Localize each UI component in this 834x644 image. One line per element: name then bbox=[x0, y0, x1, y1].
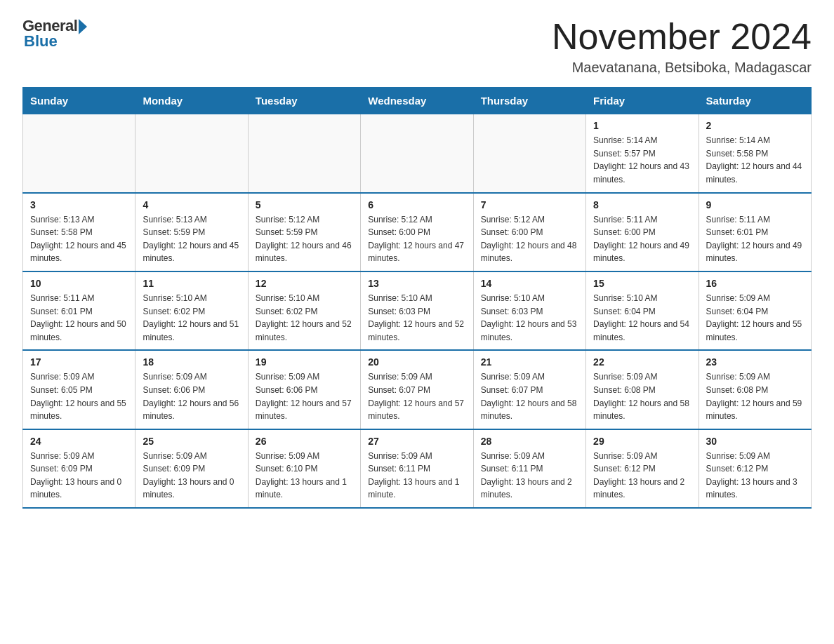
calendar-cell bbox=[135, 114, 248, 193]
calendar-cell: 28Sunrise: 5:09 AM Sunset: 6:11 PM Dayli… bbox=[473, 429, 585, 508]
calendar-cell: 10Sunrise: 5:11 AM Sunset: 6:01 PM Dayli… bbox=[23, 271, 135, 350]
calendar-week-row: 17Sunrise: 5:09 AM Sunset: 6:05 PM Dayli… bbox=[23, 350, 812, 429]
calendar-cell: 26Sunrise: 5:09 AM Sunset: 6:10 PM Dayli… bbox=[248, 429, 360, 508]
month-title: November 2024 bbox=[552, 17, 812, 57]
calendar-cell: 15Sunrise: 5:10 AM Sunset: 6:04 PM Dayli… bbox=[586, 271, 699, 350]
calendar-cell: 23Sunrise: 5:09 AM Sunset: 6:08 PM Dayli… bbox=[699, 350, 811, 429]
calendar-cell bbox=[473, 114, 585, 193]
day-number: 30 bbox=[706, 436, 804, 447]
day-detail: Sunrise: 5:10 AM Sunset: 6:02 PM Dayligh… bbox=[256, 292, 353, 344]
logo-arrow-icon bbox=[79, 19, 87, 34]
calendar-cell: 21Sunrise: 5:09 AM Sunset: 6:07 PM Dayli… bbox=[473, 350, 585, 429]
day-detail: Sunrise: 5:09 AM Sunset: 6:11 PM Dayligh… bbox=[481, 450, 578, 502]
day-detail: Sunrise: 5:09 AM Sunset: 6:06 PM Dayligh… bbox=[256, 370, 353, 422]
day-number: 6 bbox=[368, 199, 465, 210]
calendar-cell: 5Sunrise: 5:12 AM Sunset: 5:59 PM Daylig… bbox=[248, 193, 360, 271]
day-detail: Sunrise: 5:09 AM Sunset: 6:12 PM Dayligh… bbox=[593, 450, 691, 502]
day-detail: Sunrise: 5:14 AM Sunset: 5:58 PM Dayligh… bbox=[706, 134, 804, 186]
calendar-cell: 14Sunrise: 5:10 AM Sunset: 6:03 PM Dayli… bbox=[473, 271, 585, 350]
day-detail: Sunrise: 5:13 AM Sunset: 5:58 PM Dayligh… bbox=[30, 213, 128, 265]
day-detail: Sunrise: 5:09 AM Sunset: 6:08 PM Dayligh… bbox=[706, 370, 804, 422]
calendar-cell: 13Sunrise: 5:10 AM Sunset: 6:03 PM Dayli… bbox=[361, 271, 473, 350]
weekday-header-friday: Friday bbox=[586, 88, 699, 114]
day-detail: Sunrise: 5:09 AM Sunset: 6:10 PM Dayligh… bbox=[256, 450, 353, 502]
day-number: 22 bbox=[593, 356, 691, 368]
day-number: 1 bbox=[593, 120, 691, 131]
logo-blue-text: Blue bbox=[24, 32, 58, 51]
day-detail: Sunrise: 5:10 AM Sunset: 6:03 PM Dayligh… bbox=[481, 292, 578, 344]
day-detail: Sunrise: 5:09 AM Sunset: 6:05 PM Dayligh… bbox=[30, 370, 128, 422]
day-number: 14 bbox=[481, 278, 578, 289]
day-detail: Sunrise: 5:09 AM Sunset: 6:12 PM Dayligh… bbox=[706, 450, 804, 502]
weekday-header-tuesday: Tuesday bbox=[248, 88, 360, 114]
day-number: 3 bbox=[30, 199, 128, 210]
day-detail: Sunrise: 5:12 AM Sunset: 6:00 PM Dayligh… bbox=[368, 213, 465, 265]
day-detail: Sunrise: 5:09 AM Sunset: 6:08 PM Dayligh… bbox=[593, 370, 691, 422]
calendar-cell bbox=[248, 114, 360, 193]
day-number: 8 bbox=[593, 199, 691, 210]
day-detail: Sunrise: 5:11 AM Sunset: 6:01 PM Dayligh… bbox=[706, 213, 804, 265]
calendar-cell: 20Sunrise: 5:09 AM Sunset: 6:07 PM Dayli… bbox=[361, 350, 473, 429]
day-number: 11 bbox=[143, 278, 240, 289]
day-number: 13 bbox=[368, 278, 465, 289]
weekday-header-thursday: Thursday bbox=[473, 88, 585, 114]
calendar-cell: 1Sunrise: 5:14 AM Sunset: 5:57 PM Daylig… bbox=[586, 114, 699, 193]
day-detail: Sunrise: 5:09 AM Sunset: 6:06 PM Dayligh… bbox=[143, 370, 240, 422]
calendar-cell: 29Sunrise: 5:09 AM Sunset: 6:12 PM Dayli… bbox=[586, 429, 699, 508]
weekday-header-sunday: Sunday bbox=[23, 88, 135, 114]
calendar-cell: 30Sunrise: 5:09 AM Sunset: 6:12 PM Dayli… bbox=[699, 429, 811, 508]
weekday-header-wednesday: Wednesday bbox=[361, 88, 473, 114]
day-detail: Sunrise: 5:09 AM Sunset: 6:04 PM Dayligh… bbox=[706, 292, 804, 344]
day-number: 4 bbox=[143, 199, 240, 210]
day-detail: Sunrise: 5:14 AM Sunset: 5:57 PM Dayligh… bbox=[593, 134, 691, 186]
day-number: 17 bbox=[30, 356, 128, 368]
calendar-cell bbox=[23, 114, 135, 193]
day-detail: Sunrise: 5:13 AM Sunset: 5:59 PM Dayligh… bbox=[143, 213, 240, 265]
calendar-week-row: 10Sunrise: 5:11 AM Sunset: 6:01 PM Dayli… bbox=[23, 271, 812, 350]
day-number: 28 bbox=[481, 436, 578, 447]
calendar-cell: 18Sunrise: 5:09 AM Sunset: 6:06 PM Dayli… bbox=[135, 350, 248, 429]
calendar-cell: 12Sunrise: 5:10 AM Sunset: 6:02 PM Dayli… bbox=[248, 271, 360, 350]
day-detail: Sunrise: 5:11 AM Sunset: 6:01 PM Dayligh… bbox=[30, 292, 128, 344]
day-number: 26 bbox=[256, 436, 353, 447]
logo: General Blue bbox=[22, 17, 87, 51]
page-header: General Blue November 2024 Maevatanana, … bbox=[22, 17, 812, 76]
day-detail: Sunrise: 5:11 AM Sunset: 6:00 PM Dayligh… bbox=[593, 213, 691, 265]
calendar-cell: 2Sunrise: 5:14 AM Sunset: 5:58 PM Daylig… bbox=[699, 114, 811, 193]
calendar-cell: 16Sunrise: 5:09 AM Sunset: 6:04 PM Dayli… bbox=[699, 271, 811, 350]
day-detail: Sunrise: 5:09 AM Sunset: 6:11 PM Dayligh… bbox=[368, 450, 465, 502]
day-detail: Sunrise: 5:10 AM Sunset: 6:02 PM Dayligh… bbox=[143, 292, 240, 344]
day-number: 7 bbox=[481, 199, 578, 210]
day-detail: Sunrise: 5:10 AM Sunset: 6:04 PM Dayligh… bbox=[593, 292, 691, 344]
title-block: November 2024 Maevatanana, Betsiboka, Ma… bbox=[552, 17, 812, 76]
day-number: 19 bbox=[256, 356, 353, 368]
day-detail: Sunrise: 5:12 AM Sunset: 6:00 PM Dayligh… bbox=[481, 213, 578, 265]
day-number: 15 bbox=[593, 278, 691, 289]
weekday-header-saturday: Saturday bbox=[699, 88, 811, 114]
day-detail: Sunrise: 5:12 AM Sunset: 5:59 PM Dayligh… bbox=[256, 213, 353, 265]
calendar-cell: 24Sunrise: 5:09 AM Sunset: 6:09 PM Dayli… bbox=[23, 429, 135, 508]
day-number: 10 bbox=[30, 278, 128, 289]
calendar-cell: 3Sunrise: 5:13 AM Sunset: 5:58 PM Daylig… bbox=[23, 193, 135, 271]
calendar-cell: 7Sunrise: 5:12 AM Sunset: 6:00 PM Daylig… bbox=[473, 193, 585, 271]
calendar-cell: 4Sunrise: 5:13 AM Sunset: 5:59 PM Daylig… bbox=[135, 193, 248, 271]
day-detail: Sunrise: 5:09 AM Sunset: 6:07 PM Dayligh… bbox=[368, 370, 465, 422]
calendar-cell: 8Sunrise: 5:11 AM Sunset: 6:00 PM Daylig… bbox=[586, 193, 699, 271]
day-number: 21 bbox=[481, 356, 578, 368]
calendar-cell bbox=[361, 114, 473, 193]
calendar-cell: 9Sunrise: 5:11 AM Sunset: 6:01 PM Daylig… bbox=[699, 193, 811, 271]
day-number: 12 bbox=[256, 278, 353, 289]
day-number: 24 bbox=[30, 436, 128, 447]
day-number: 25 bbox=[143, 436, 240, 447]
weekday-header-monday: Monday bbox=[135, 88, 248, 114]
calendar-cell: 19Sunrise: 5:09 AM Sunset: 6:06 PM Dayli… bbox=[248, 350, 360, 429]
calendar-table: SundayMondayTuesdayWednesdayThursdayFrid… bbox=[22, 87, 812, 509]
calendar-cell: 27Sunrise: 5:09 AM Sunset: 6:11 PM Dayli… bbox=[361, 429, 473, 508]
calendar-cell: 11Sunrise: 5:10 AM Sunset: 6:02 PM Dayli… bbox=[135, 271, 248, 350]
day-number: 5 bbox=[256, 199, 353, 210]
calendar-cell: 22Sunrise: 5:09 AM Sunset: 6:08 PM Dayli… bbox=[586, 350, 699, 429]
calendar-week-row: 1Sunrise: 5:14 AM Sunset: 5:57 PM Daylig… bbox=[23, 114, 812, 193]
day-detail: Sunrise: 5:10 AM Sunset: 6:03 PM Dayligh… bbox=[368, 292, 465, 344]
day-number: 18 bbox=[143, 356, 240, 368]
day-number: 29 bbox=[593, 436, 691, 447]
